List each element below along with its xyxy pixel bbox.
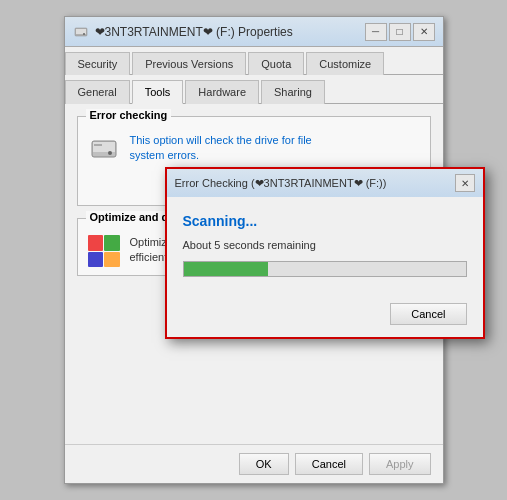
error-checking-dialog: Error Checking (❤3NT3RTAINMENT❤ (F:)) ✕ … (165, 167, 485, 339)
tab-general[interactable]: General (65, 80, 130, 104)
cancel-main-button[interactable]: Cancel (295, 453, 363, 475)
tabs-row2: General Tools Hardware Sharing (65, 75, 443, 104)
title-bar: ❤3NT3RTAINMENT❤ (F:) Properties ─ □ ✕ (65, 17, 443, 47)
dialog-content: Scanning... About 5 seconds remaining (167, 197, 483, 303)
dialog-cancel-button[interactable]: Cancel (390, 303, 466, 325)
footer: OK Cancel Apply (65, 444, 443, 483)
dialog-title-text: Error Checking (❤3NT3RTAINMENT❤ (F:)) (175, 177, 387, 190)
title-bar-left: ❤3NT3RTAINMENT❤ (F:) Properties (73, 24, 293, 40)
error-checking-text-block: This option will check the drive for fil… (130, 133, 312, 164)
dialog-footer: Cancel (167, 303, 483, 337)
tab-customize[interactable]: Customize (306, 52, 384, 75)
svg-rect-4 (93, 142, 115, 152)
tab-previous-versions[interactable]: Previous Versions (132, 52, 246, 75)
tab-security[interactable]: Security (65, 52, 131, 75)
svg-rect-6 (94, 144, 102, 146)
error-checking-content: This option will check the drive for fil… (88, 133, 420, 165)
dialog-close-button[interactable]: ✕ (455, 174, 475, 192)
tabs-row1: Security Previous Versions Quota Customi… (65, 47, 443, 75)
defrag-block-green (104, 235, 120, 251)
error-checking-title: Error checking (86, 109, 172, 121)
remaining-text: About 5 seconds remaining (183, 239, 467, 251)
defrag-block-blue (88, 252, 104, 268)
minimize-button[interactable]: ─ (365, 23, 387, 41)
tab-hardware[interactable]: Hardware (185, 80, 259, 104)
drive-svg-icon (88, 133, 120, 165)
tab-sharing[interactable]: Sharing (261, 80, 325, 104)
main-properties-window: ❤3NT3RTAINMENT❤ (F:) Properties ─ □ ✕ Se… (64, 16, 444, 484)
close-button[interactable]: ✕ (413, 23, 435, 41)
error-checking-line1: This option will check the drive for fil… (130, 134, 312, 146)
tab-tools[interactable]: Tools (132, 80, 184, 104)
svg-point-2 (83, 33, 85, 35)
window-title: ❤3NT3RTAINMENT❤ (F:) Properties (95, 25, 293, 39)
defrag-block-orange (104, 252, 120, 268)
dialog-title-bar: Error Checking (❤3NT3RTAINMENT❤ (F:)) ✕ (167, 169, 483, 197)
defrag-icon (88, 235, 120, 267)
drive-icon (88, 133, 120, 165)
svg-point-5 (108, 151, 112, 155)
progress-bar-fill (184, 262, 269, 276)
scanning-text: Scanning... (183, 213, 467, 229)
title-bar-buttons: ─ □ ✕ (365, 23, 435, 41)
maximize-button[interactable]: □ (389, 23, 411, 41)
defrag-block-red (88, 235, 104, 251)
apply-button[interactable]: Apply (369, 453, 431, 475)
drive-title-icon (73, 24, 89, 40)
error-checking-line2: system errors. (130, 149, 200, 161)
progress-bar-container (183, 261, 467, 277)
tab-quota[interactable]: Quota (248, 52, 304, 75)
ok-button[interactable]: OK (239, 453, 289, 475)
